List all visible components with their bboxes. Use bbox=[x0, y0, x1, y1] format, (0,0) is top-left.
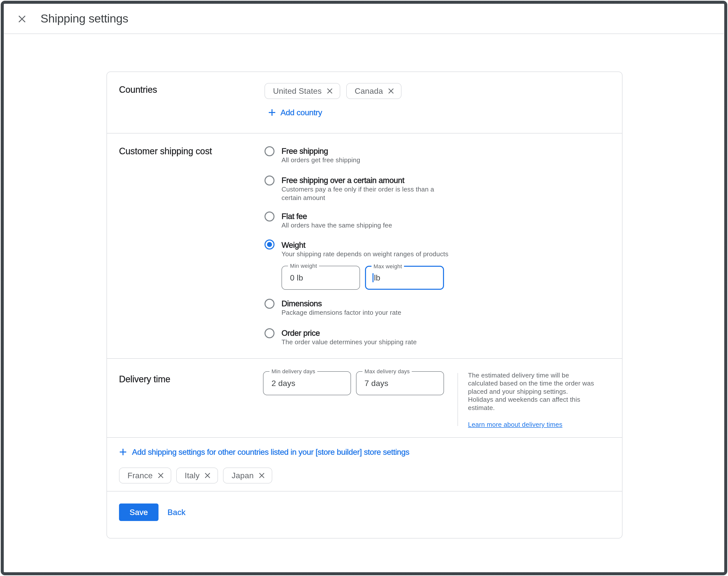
chip-label: Canada bbox=[355, 86, 383, 96]
weight-fields: Min weight 0 lb Max weight lb bbox=[282, 266, 448, 290]
option-label: Dimensions bbox=[282, 299, 401, 308]
min-weight-value: 0 lb bbox=[290, 266, 303, 289]
remove-chip-icon[interactable] bbox=[158, 472, 164, 479]
option-desc: All orders have the same shipping fee bbox=[282, 221, 392, 230]
option-desc: Your shipping rate depends on weight ran… bbox=[282, 250, 448, 258]
min-delivery-value: 2 days bbox=[271, 372, 295, 395]
other-countries-section: Add shipping settings for other countrie… bbox=[107, 438, 622, 491]
min-weight-field[interactable]: Min weight 0 lb bbox=[282, 266, 360, 290]
chip-label: Italy bbox=[185, 471, 200, 480]
radio-unselected[interactable] bbox=[264, 299, 274, 309]
countries-label: Countries bbox=[119, 83, 264, 133]
shipping-settings-page: Shipping settings Countries United State… bbox=[0, 0, 728, 576]
option-weight[interactable]: Weight Your shipping rate depends on wei… bbox=[264, 240, 448, 290]
option-free-over-amount[interactable]: Free shipping over a certain amount Cust… bbox=[264, 175, 448, 202]
chip-italy[interactable]: Italy bbox=[176, 467, 218, 484]
settings-card: Countries United States Canada Add count… bbox=[107, 71, 622, 539]
max-delivery-field[interactable]: Max delivery days 7 days bbox=[356, 371, 444, 395]
remove-chip-icon[interactable] bbox=[327, 88, 333, 94]
min-delivery-field[interactable]: Min delivery days 2 days bbox=[263, 371, 351, 395]
chip-canada[interactable]: Canada bbox=[346, 83, 402, 99]
back-link[interactable]: Back bbox=[168, 503, 185, 521]
max-delivery-value: 7 days bbox=[365, 372, 388, 395]
save-button[interactable]: Save bbox=[119, 503, 158, 521]
chip-japan[interactable]: Japan bbox=[223, 467, 272, 484]
chip-france[interactable]: France bbox=[119, 467, 171, 484]
shipping-cost-label: Customer shipping cost bbox=[119, 144, 264, 358]
page-title: Shipping settings bbox=[40, 3, 128, 33]
option-label: Flat fee bbox=[282, 211, 392, 221]
option-order-price[interactable]: Order price The order value determines y… bbox=[264, 328, 448, 346]
option-label: Free shipping over a certain amount bbox=[282, 175, 434, 185]
delivery-note-text: The estimated delivery time will be calc… bbox=[468, 371, 633, 412]
option-desc: Customers pay a fee only if their order … bbox=[282, 185, 434, 202]
delivery-fields: Min delivery days 2 days Max delivery da… bbox=[263, 371, 444, 437]
radio-selected[interactable] bbox=[264, 239, 274, 250]
delivery-note: The estimated delivery time will be calc… bbox=[468, 371, 633, 429]
add-shipping-settings-label: Add shipping settings for other countrie… bbox=[132, 447, 409, 457]
delivery-time-label: Delivery time bbox=[119, 370, 264, 437]
option-desc: All orders get free shipping bbox=[282, 156, 360, 164]
delivery-time-section: Delivery time Min delivery days 2 days M… bbox=[107, 359, 622, 438]
footer-section: Save Back bbox=[107, 491, 622, 538]
option-dimensions[interactable]: Dimensions Package dimensions factor int… bbox=[264, 299, 448, 317]
remove-chip-icon[interactable] bbox=[388, 88, 394, 94]
vertical-divider bbox=[458, 373, 458, 426]
option-flat-fee[interactable]: Flat fee All orders have the same shippi… bbox=[264, 211, 448, 230]
option-label: Order price bbox=[282, 328, 417, 338]
option-desc: Package dimensions factor into your rate bbox=[282, 308, 401, 317]
radio-unselected[interactable] bbox=[264, 211, 274, 222]
text-caret bbox=[373, 273, 374, 282]
header: Shipping settings bbox=[4, 4, 724, 34]
chip-label: United States bbox=[273, 86, 322, 96]
chip-label: Japan bbox=[232, 471, 254, 480]
chip-label: France bbox=[127, 471, 153, 480]
add-shipping-settings-button[interactable]: Add shipping settings for other countrie… bbox=[119, 447, 610, 457]
radio-unselected[interactable] bbox=[264, 146, 274, 156]
countries-controls: United States Canada Add country bbox=[264, 83, 402, 133]
remove-chip-icon[interactable] bbox=[259, 472, 265, 479]
plus-icon bbox=[119, 449, 126, 456]
max-weight-field[interactable]: Max weight lb bbox=[365, 266, 444, 290]
country-chips: United States Canada bbox=[264, 83, 402, 99]
countries-section: Countries United States Canada Add count… bbox=[107, 72, 622, 134]
add-country-button[interactable]: Add country bbox=[264, 108, 402, 117]
option-label: Free shipping bbox=[282, 146, 360, 156]
option-desc: The order value determines your shipping… bbox=[282, 338, 417, 346]
option-free-shipping[interactable]: Free shipping All orders get free shippi… bbox=[264, 146, 448, 164]
shipping-cost-section: Customer shipping cost Free shipping All… bbox=[107, 134, 622, 359]
radio-unselected[interactable] bbox=[264, 175, 274, 185]
learn-more-link[interactable]: Learn more about delivery times bbox=[468, 421, 562, 429]
other-country-chips: France Italy Japan bbox=[119, 467, 610, 484]
add-country-label: Add country bbox=[281, 108, 322, 117]
remove-chip-icon[interactable] bbox=[204, 472, 210, 479]
max-weight-value: lb bbox=[373, 267, 380, 289]
shipping-cost-options: Free shipping All orders get free shippi… bbox=[264, 144, 448, 358]
radio-unselected[interactable] bbox=[264, 328, 274, 338]
close-icon[interactable] bbox=[19, 16, 26, 23]
plus-icon bbox=[268, 109, 275, 116]
option-label: Weight bbox=[282, 240, 448, 250]
chip-united-states[interactable]: United States bbox=[264, 83, 340, 99]
